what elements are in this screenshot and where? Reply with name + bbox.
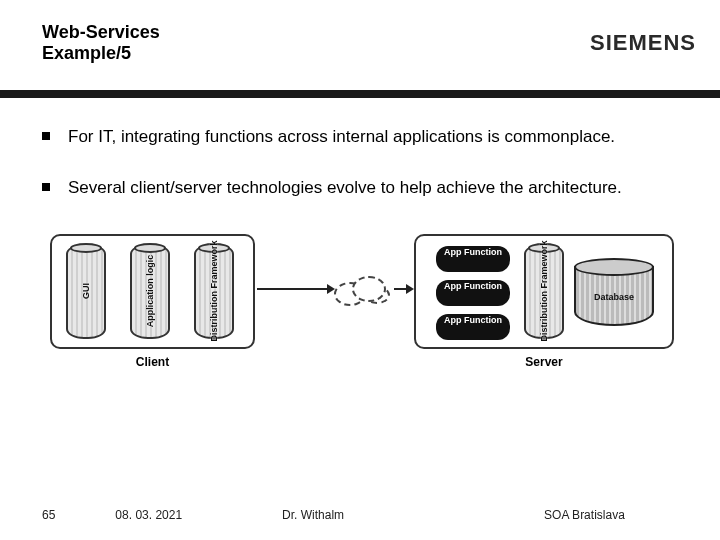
client-column-gui: GUI [66,244,106,339]
appfn-label: App Function [444,247,502,257]
arrow-icon [394,288,412,290]
app-function-pill: App Function [436,314,510,340]
col-label: Distribution Framework [539,241,549,342]
square-bullet-icon [42,132,50,140]
header: Web-Services Example/5 SIEMENS [0,0,720,90]
db-label: Database [574,292,654,302]
server-caption: Server [525,355,562,369]
client-column-distframework: Distribution Framework [194,244,234,339]
app-function-pill: App Function [436,246,510,272]
appfn-label: App Function [444,315,502,325]
client-column-applogic: Application logic [130,244,170,339]
page-title: Web-Services Example/5 [42,22,160,63]
database-cylinder-icon: Database [574,258,654,328]
footer-date: 08. 03. 2021 [115,508,182,522]
bullet-item: For IT, integrating functions across int… [42,126,678,149]
col-label: Application logic [145,255,155,328]
title-line1: Web-Services [42,22,160,42]
bullet-text: For IT, integrating functions across int… [68,126,678,149]
siemens-logo: SIEMENS [590,30,696,56]
client-caption: Client [136,355,169,369]
cloud-icon [334,272,392,308]
body-content: For IT, integrating functions across int… [0,90,720,378]
app-function-pill: App Function [436,280,510,306]
footer-event: SOA Bratislava [544,508,625,522]
bullet-text: Several client/server technologies evolv… [68,177,678,200]
server-box: App Function App Function App Function D… [414,234,674,349]
architecture-diagram: GUI Application logic Distribution Frame… [42,228,682,378]
footer-author: Dr. Withalm [282,508,344,522]
square-bullet-icon [42,183,50,191]
server-column-distframework: Distribution Framework [524,244,564,339]
col-label: GUI [81,283,91,299]
col-label: Distribution Framework [209,241,219,342]
appfn-label: App Function [444,281,502,291]
page-number: 65 [42,508,55,522]
footer: 65 08. 03. 2021 Dr. Withalm SOA Bratisla… [42,508,625,522]
bullet-item: Several client/server technologies evolv… [42,177,678,200]
client-box: GUI Application logic Distribution Frame… [50,234,255,349]
arrow-icon [257,288,333,290]
title-line2: Example/5 [42,43,131,63]
